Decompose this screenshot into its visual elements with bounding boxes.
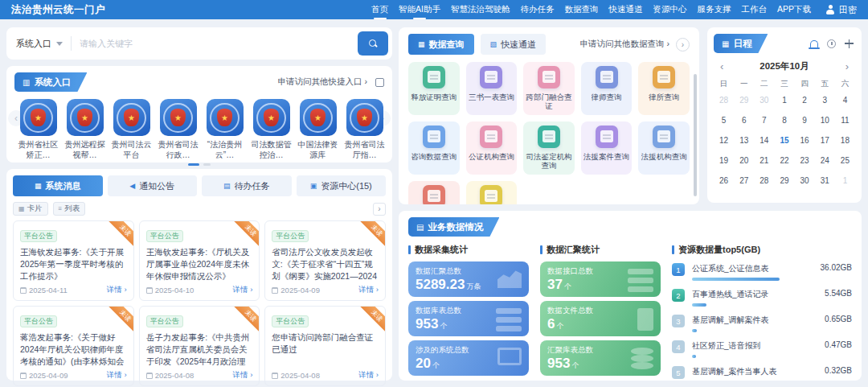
nav-item[interactable]: 智能AI助手 (399, 4, 440, 15)
search-input[interactable] (80, 39, 358, 48)
message-tab[interactable]: ▦ 系统消息 (13, 175, 103, 196)
query-tile[interactable]: 跨部门融合查证 (523, 62, 575, 115)
app-item[interactable]: ★ “法治贵州云”… (203, 99, 247, 160)
calendar-day[interactable]: 15 (774, 130, 794, 150)
message-card[interactable]: 平台公告 王海钦发起事务:《关于开展2025年第一季度平时考核的工作提示》 20… (13, 220, 134, 301)
nav-item[interactable]: 智慧法治驾驶舱 (451, 4, 510, 15)
calendar-day[interactable]: 14 (754, 130, 774, 150)
query-tab[interactable]: ▧ 快速通道 (481, 34, 547, 55)
calendar-day[interactable]: 1 (774, 90, 794, 110)
detail-link[interactable]: 详情 › (358, 285, 379, 295)
message-card[interactable]: 平台公告 岳子力发起事务:《中共贵州省司法厅直属机关委员会关于印发《2025年4… (139, 306, 260, 386)
calendar-day[interactable]: 11 (835, 110, 855, 130)
scrollbar-thumb[interactable] (694, 74, 697, 196)
search-button[interactable] (358, 31, 388, 56)
message-card[interactable]: 平台公告 您申请访问跨部门融合查证已通过 2025-04-08 详情 › 未读 (264, 306, 386, 386)
calendar-day[interactable]: 21 (754, 150, 774, 171)
nav-item[interactable]: 快速通道 (608, 4, 642, 15)
pagination-dot[interactable] (203, 163, 211, 166)
calendar-day[interactable]: 28 (714, 90, 734, 110)
message-tab[interactable]: ▣ 资源中心(15) (297, 175, 387, 196)
query-tile[interactable]: 释放证明查询 (408, 62, 460, 115)
query-tile[interactable]: 法援机构查询 (638, 121, 690, 175)
detail-link[interactable]: 详情 › (358, 370, 379, 381)
request-query-access-link[interactable]: 申请访问其他数据查询 › (580, 39, 669, 50)
add-event-icon[interactable] (845, 39, 854, 48)
calendar-day[interactable]: 25 (835, 150, 855, 171)
calendar-day[interactable]: 16 (795, 130, 815, 150)
calendar-day[interactable]: 19 (714, 150, 734, 171)
user-menu[interactable]: 田密 (825, 4, 857, 16)
calendar-day[interactable]: 28 (754, 171, 774, 191)
app-item[interactable]: ★ 贵州司法云平台 (109, 99, 154, 160)
app-item[interactable]: ★ 司法数据管控治… (249, 99, 293, 160)
query-tab[interactable]: ▦ 数据查询 (408, 34, 474, 55)
calendar-day[interactable]: 20 (734, 150, 754, 171)
calendar-day[interactable]: 9 (795, 110, 815, 130)
prev-month-icon[interactable]: ‹ (720, 60, 723, 72)
message-card[interactable]: 平台公告 蒋浩发起事务:《关于做好2024年厅机关公职律师年度考核的通知》(由李… (13, 306, 134, 386)
calendar-day[interactable]: 5 (714, 110, 734, 130)
calendar-day[interactable]: 24 (815, 150, 835, 171)
calendar-day[interactable]: 30 (754, 90, 774, 110)
message-tab[interactable]: ▤ 待办任务 (202, 175, 292, 196)
message-tab[interactable]: ◀ 通知公告 (108, 175, 198, 196)
detail-link[interactable]: 详情 › (233, 370, 253, 381)
calendar-day[interactable]: 1 (835, 171, 855, 191)
nav-item[interactable]: 数据查询 (564, 4, 598, 15)
view-card-button[interactable]: ▦ 卡片 (13, 202, 48, 216)
calendar-day[interactable]: 7 (754, 110, 774, 130)
next-month-icon[interactable]: › (845, 60, 849, 72)
calendar-day[interactable]: 31 (815, 171, 835, 191)
nav-item[interactable]: APP下载 (777, 4, 811, 15)
query-tile[interactable] (466, 181, 518, 204)
calendar-day[interactable]: 23 (795, 150, 815, 171)
view-list-button[interactable]: ≡ 列表 (53, 202, 86, 216)
calendar-day[interactable]: 13 (734, 130, 754, 150)
messages-next-page-icon[interactable]: › (373, 203, 386, 216)
calendar-day[interactable]: 30 (795, 171, 815, 191)
calendar-day[interactable]: 12 (714, 130, 734, 150)
nav-item[interactable]: 资源中心 (653, 4, 686, 15)
detail-link[interactable]: 详情 › (107, 285, 127, 295)
request-entry-access-link[interactable]: 申请访问其他快捷入口 › (278, 76, 367, 88)
calendar-day[interactable]: 29 (734, 90, 754, 110)
query-tile[interactable]: 公证机构查询 (466, 121, 518, 175)
query-more-arrow-icon[interactable]: › (676, 38, 690, 51)
query-tile[interactable]: 律师查询 (581, 62, 633, 115)
calendar-day[interactable]: 29 (774, 171, 794, 191)
calendar-day[interactable]: 27 (734, 171, 754, 191)
calendar-day[interactable]: 4 (835, 90, 855, 110)
query-tile[interactable]: 咨询数据查询 (408, 121, 460, 175)
calendar-day[interactable]: 6 (734, 110, 754, 130)
detail-link[interactable]: 详情 › (107, 370, 127, 381)
message-card[interactable]: 平台公告 省司法厅公文收发员发起收文:《关于征求省“十四五”规划《纲要》实施20… (264, 220, 386, 301)
nav-item[interactable]: 工作台 (741, 4, 767, 15)
message-card[interactable]: 平台公告 王海钦发起事务:《厅机关及厅属事业单位2024年度未休年休假申报情况公… (139, 220, 260, 301)
query-tile[interactable]: 法援案件查询 (581, 121, 633, 175)
app-item[interactable]: ★ 贵州远程探视帮… (63, 99, 107, 160)
calendar-day[interactable]: 8 (774, 110, 794, 130)
calendar-day[interactable]: 18 (835, 130, 855, 150)
query-tile[interactable]: 司法鉴定机构查询 (523, 121, 575, 175)
query-tile[interactable] (408, 181, 460, 204)
fullscreen-icon[interactable] (375, 78, 384, 87)
app-item[interactable]: ★ 贵州省司法行政… (156, 99, 200, 160)
bell-icon[interactable] (810, 40, 818, 47)
app-item[interactable]: ★ 中国法律资源库 (296, 99, 340, 160)
nav-item[interactable]: 首页 (371, 4, 388, 15)
calendar-day[interactable]: 3 (815, 90, 835, 110)
calendar-day[interactable]: 10 (815, 110, 835, 130)
app-item[interactable]: ★ 贵州省司法厅指… (342, 99, 387, 160)
calendar-day[interactable]: 26 (714, 171, 734, 191)
calendar-day[interactable]: 17 (815, 130, 835, 150)
nav-item[interactable]: 待办任务 (520, 4, 554, 15)
app-item[interactable]: ★ 贵州省社区矫正… (16, 99, 60, 160)
calendar-day[interactable]: 2 (795, 90, 815, 110)
nav-item[interactable]: 服务支撑 (697, 4, 731, 15)
query-tile[interactable]: 三书一表查询 (466, 62, 518, 115)
pagination-dot-active[interactable] (188, 163, 199, 166)
calendar-day[interactable]: 22 (774, 150, 794, 171)
clock-icon[interactable] (827, 39, 836, 48)
search-category-select[interactable]: 系统入口 (16, 38, 71, 50)
